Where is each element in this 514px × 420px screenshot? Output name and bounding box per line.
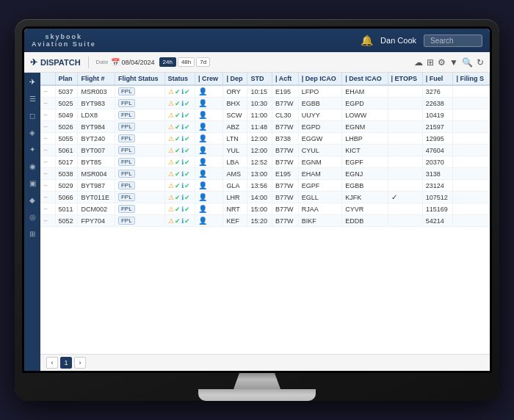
table-row[interactable]: ··· 5038 MSR004 FPL ⚠ ✔ ℹ ✔ 👤 AMS 13:00 … — [40, 168, 490, 180]
row-status: ⚠ ✔ ℹ ✔ — [164, 180, 195, 192]
sidebar-icon-square[interactable]: ◻ — [28, 110, 37, 121]
row-acft: E195 — [272, 168, 298, 180]
row-crew: 👤 — [195, 133, 223, 145]
grid-icon[interactable]: ⊞ — [427, 57, 434, 68]
col-dep-icao[interactable]: | Dep ICAO — [298, 73, 342, 85]
cloud-icon[interactable]: ☁ — [414, 57, 423, 68]
table-scroll[interactable]: Plan Flight # Flight Status Status | Cre… — [40, 73, 490, 354]
table-row[interactable]: ··· 5017 BYT85 FPL ⚠ ✔ ℹ ✔ 👤 LBA 12:52 B… — [40, 156, 490, 168]
check-icon: ✔ — [175, 159, 181, 166]
time-btn-48h[interactable]: 48h — [178, 57, 195, 67]
col-plan[interactable]: Plan — [55, 73, 78, 85]
row-fstatus: FPL — [115, 156, 164, 168]
col-flight[interactable]: Flight # — [78, 73, 115, 85]
row-dots: ··· — [40, 203, 55, 215]
sidebar-icon-grid[interactable]: ☰ — [28, 93, 37, 104]
check-icon: ✔ — [175, 135, 181, 142]
page-1-btn[interactable]: 1 — [60, 357, 72, 369]
row-dep-icao: EGPD — [298, 121, 342, 133]
settings-icon[interactable]: ⚙ — [438, 57, 446, 68]
sidebar-icon-circle[interactable]: ◉ — [28, 161, 37, 172]
row-dots: ··· — [40, 121, 55, 133]
col-std[interactable]: STD — [247, 73, 272, 85]
row-dep-icao: EHAM — [298, 168, 342, 180]
row-dots: ··· — [40, 109, 55, 121]
check2-icon: ✔ — [184, 159, 190, 166]
row-filing — [453, 203, 490, 215]
row-std: 15:00 — [247, 203, 272, 215]
row-dep-icao: EGGW — [298, 133, 342, 145]
col-dep[interactable]: | Dep — [223, 73, 247, 85]
table-row[interactable]: ··· 5025 BYT983 FPL ⚠ ✔ ℹ ✔ 👤 BHX 10:30 … — [40, 98, 490, 109]
col-filing[interactable]: | Filing S — [453, 73, 490, 85]
sidebar-icon-diamond[interactable]: ◈ — [28, 127, 37, 138]
date-value: 08/04/2024 — [122, 59, 155, 66]
row-etops — [388, 156, 422, 168]
row-etops — [388, 203, 422, 215]
row-crew: 👤 — [195, 180, 223, 192]
table-row[interactable]: ··· 5052 FPY704 FPL ⚠ ✔ ℹ ✔ 👤 KEF 15:20 … — [40, 215, 490, 227]
col-etops[interactable]: | ETOPS — [388, 73, 422, 85]
warning-icon: ⚠ — [168, 100, 174, 107]
table-row[interactable]: ··· 5037 MSR003 FPL ⚠ ✔ ℹ ✔ 👤 ORY 10:15 … — [40, 85, 490, 98]
col-crew[interactable]: | Crew — [195, 73, 223, 85]
row-fstatus: FPL — [115, 145, 164, 156]
row-etops — [388, 85, 422, 98]
crew-icon: 👤 — [198, 111, 207, 119]
table-row[interactable]: ··· 5026 BYT984 FPL ⚠ ✔ ℹ ✔ 👤 ABZ 11:48 … — [40, 121, 490, 133]
warning-icon: ⚠ — [168, 159, 174, 166]
table-row[interactable]: ··· 5029 BYT987 FPL ⚠ ✔ ℹ ✔ 👤 GLA 13:56 … — [40, 180, 490, 192]
row-flight: BYT984 — [78, 121, 115, 133]
row-dep-icao: EGPF — [298, 180, 342, 192]
check-icon: ✔ — [175, 123, 181, 131]
row-std: 10:30 — [247, 98, 272, 109]
col-status[interactable]: Status — [164, 73, 195, 85]
crew-icon: 👤 — [198, 181, 207, 189]
sidebar-icon-star[interactable]: ✦ — [28, 144, 37, 155]
row-acft: B77W — [272, 156, 298, 168]
table-row[interactable]: ··· 5061 BYT007 FPL ⚠ ✔ ℹ ✔ 👤 YUL 12:00 … — [40, 145, 490, 156]
row-std: 11:48 — [247, 121, 272, 133]
prev-page-btn[interactable]: ‹ — [46, 357, 58, 369]
table-row[interactable]: ··· 5049 LDX8 FPL ⚠ ✔ ℹ ✔ 👤 SCW 11:00 CL… — [40, 109, 490, 121]
row-status: ⚠ ✔ ℹ ✔ — [164, 98, 195, 109]
col-acft[interactable]: | Acft — [272, 73, 298, 85]
check2-icon: ✔ — [184, 135, 190, 142]
sidebar-icon-box[interactable]: ▣ — [28, 178, 37, 189]
calendar-icon[interactable]: 📅 — [111, 58, 120, 66]
filter-icon[interactable]: ▼ — [449, 57, 458, 68]
time-btn-7d[interactable]: 7d — [196, 57, 210, 67]
sidebar-icon-dot[interactable]: ◆ — [28, 195, 37, 206]
table-row[interactable]: ··· 5066 BYT011E FPL ⚠ ✔ ℹ ✔ 👤 LHR 14:00… — [40, 192, 490, 203]
plane-icon: ✈ — [30, 57, 37, 68]
col-fstatus[interactable]: Flight Status — [115, 73, 164, 85]
table-row[interactable]: ··· 5055 BYT240 FPL ⚠ ✔ ℹ ✔ 👤 LTN 12:00 … — [40, 133, 490, 145]
next-page-btn[interactable]: › — [74, 357, 86, 369]
refresh-icon[interactable]: ↻ — [477, 57, 484, 68]
row-std: 12:00 — [247, 145, 272, 156]
bell-icon[interactable]: 🔔 — [361, 35, 373, 46]
search-input[interactable] — [424, 35, 482, 47]
row-plan: 5011 — [55, 203, 78, 215]
sidebar-icon-ring[interactable]: ◎ — [28, 211, 37, 222]
row-filing — [453, 98, 490, 109]
row-status: ⚠ ✔ ℹ ✔ — [164, 215, 195, 227]
col-fuel[interactable]: | Fuel — [422, 73, 453, 85]
row-etops — [388, 215, 422, 227]
row-dep: ABZ — [223, 121, 247, 133]
toolbar-separator — [88, 57, 89, 68]
info-icon: ℹ — [181, 88, 184, 95]
row-fuel: 54214 — [422, 215, 453, 227]
sidebar-icon-dispatch[interactable]: ✈ — [28, 76, 37, 87]
table-row[interactable]: ··· 5011 DCM002 FPL ⚠ ✔ ℹ ✔ 👤 NRT 15:00 … — [40, 203, 490, 215]
col-dest-icao[interactable]: | Dest ICAO — [342, 73, 388, 85]
row-crew: 👤 — [195, 156, 223, 168]
warning-icon: ⚠ — [168, 170, 174, 178]
crew-icon: 👤 — [198, 87, 207, 95]
flights-table: Plan Flight # Flight Status Status | Cre… — [40, 73, 490, 227]
search-icon[interactable]: 🔍 — [462, 57, 473, 68]
sidebar-icon-plus[interactable]: ⊞ — [28, 228, 37, 239]
row-dest-icao: EHAM — [342, 85, 388, 98]
check2-icon: ✔ — [184, 100, 190, 107]
time-btn-24h[interactable]: 24h — [159, 57, 176, 67]
